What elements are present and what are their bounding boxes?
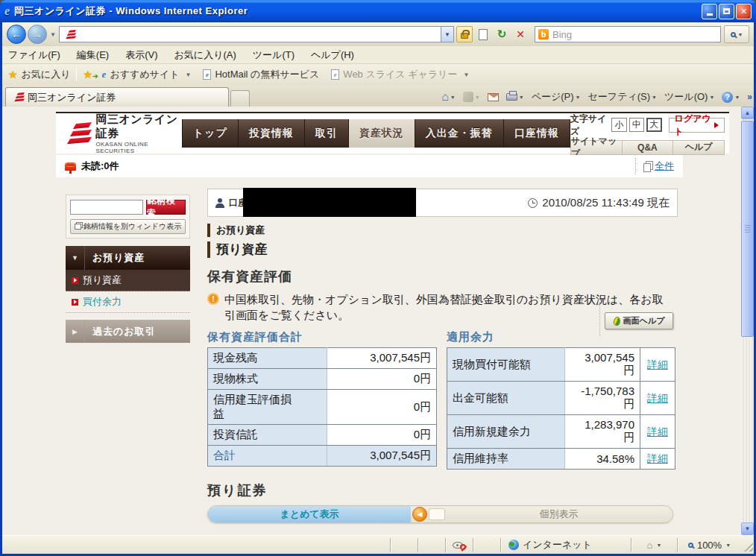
read-mail-button[interactable] — [488, 93, 499, 101]
clock-icon — [528, 198, 538, 208]
detail-link[interactable]: 詳細 — [647, 358, 668, 370]
font-size-label: 文字サイズ — [570, 113, 608, 138]
print-button[interactable]: ▼ — [506, 93, 524, 101]
site-logo[interactable]: 岡三オンライン証券 OKASAN ONLINE SECURITIES — [56, 113, 182, 154]
tools-menu[interactable]: ツール(O)▼ — [664, 90, 714, 104]
tab-okasan[interactable]: 岡三オンライン証券 — [5, 87, 229, 107]
favorite-suggested-sites[interactable]: e おすすめサイト▼ — [102, 68, 192, 81]
window-title: 岡三オンライン証券 - Windows Internet Explorer — [14, 4, 700, 18]
detail-link[interactable]: 詳細 — [647, 426, 668, 437]
detail-link[interactable]: 詳細 — [647, 392, 668, 404]
back-button[interactable]: ← — [7, 25, 26, 44]
logout-button[interactable]: ログアウト — [669, 118, 725, 133]
menu-favorites[interactable]: お気に入り(A) — [174, 48, 236, 62]
sidebar-menu-header[interactable]: ▼ お預り資産 — [66, 246, 190, 270]
maximize-button[interactable] — [719, 4, 734, 19]
refresh-button[interactable]: ↻ — [494, 26, 510, 42]
status-bar: インターネット ⌂▼ 100% ▼ — [2, 535, 754, 554]
vertical-scrollbar[interactable]: ▲ ▼ — [741, 107, 754, 535]
detail-link[interactable]: 詳細 — [647, 452, 668, 464]
compatibility-view-button[interactable] — [475, 26, 491, 42]
all-messages-link[interactable]: 全件 — [655, 159, 674, 173]
page-menu[interactable]: ページ(P)▼ — [532, 90, 581, 104]
home-button[interactable]: ⌂▼ — [441, 90, 456, 104]
search-box[interactable]: b Bing — [535, 26, 721, 42]
account-bar: 口座番号 : 2010/08/25 11:43:49 現在 — [207, 189, 678, 217]
detail-cell: 詳細 — [640, 415, 675, 449]
margin-table-title: 適用余力 — [447, 330, 675, 344]
margin-table-block: 適用余力 現物買付可能額 3,007,545円 詳細 出金可能額 -1,750,… — [447, 330, 675, 470]
toggle-grouped-view[interactable]: まとめて表示 — [208, 506, 411, 522]
add-favorite-icon[interactable]: ★➔ — [83, 69, 98, 80]
toggle-knob[interactable]: ◀ — [412, 507, 427, 522]
recent-pages-dropdown[interactable]: ▼ — [50, 31, 56, 38]
okasan-site: 岡三オンライン証券 OKASAN ONLINE SECURITIES トップ 投… — [56, 107, 729, 535]
person-icon — [215, 198, 224, 208]
sidebar-item-past-transactions[interactable]: ▶ 過去のお取引 — [66, 320, 190, 343]
sidebar-item-deposit-assets[interactable]: 預り資産 — [66, 270, 190, 291]
nav-top[interactable]: トップ — [182, 119, 239, 148]
search-button[interactable]: ▼ — [724, 25, 749, 43]
nav-trading[interactable]: 取引 — [305, 119, 349, 148]
menu-tools[interactable]: ツール(T) — [253, 48, 294, 62]
menu-help[interactable]: ヘルプ(H) — [311, 48, 354, 62]
help-menu[interactable]: ?▼ — [722, 92, 740, 103]
new-window-icon — [75, 224, 81, 230]
font-size-small-button[interactable]: 小 — [611, 118, 626, 132]
zoom-pane[interactable]: 100% ▼ — [677, 538, 741, 552]
qa-button[interactable]: Q&A — [623, 140, 674, 155]
bullet-icon — [72, 277, 78, 284]
stock-search-button[interactable]: 銘柄検索 — [146, 200, 186, 215]
forward-button[interactable]: → — [28, 25, 47, 44]
font-size-large-button[interactable]: 大 — [646, 118, 662, 132]
stock-search-input[interactable] — [70, 200, 143, 215]
address-bar[interactable] — [59, 26, 441, 42]
nav-asset-status[interactable]: 資産状況 — [349, 119, 415, 148]
address-dropdown[interactable]: ▼ — [441, 26, 454, 42]
screen-help-button[interactable]: 画面ヘルプ — [605, 312, 673, 329]
nav-account-info[interactable]: 口座情報 — [504, 119, 570, 148]
margin-table: 現物買付可能額 3,007,545円 詳細 出金可能額 -1,750,783円 … — [447, 347, 675, 470]
scrollbar-thumb[interactable] — [741, 121, 754, 337]
stop-button[interactable]: ✕ — [512, 26, 529, 42]
scroll-down-button[interactable]: ▼ — [741, 522, 754, 535]
minimize-button[interactable] — [702, 4, 717, 19]
menu-edit[interactable]: 編集(E) — [77, 48, 109, 62]
resize-grip[interactable] — [744, 543, 753, 552]
close-button[interactable]: ✕ — [736, 4, 752, 19]
favorite-hotmail[interactable]: e HotMail の無料サービス — [203, 68, 319, 81]
protected-mode-pane[interactable]: ⌂▼ — [631, 538, 677, 552]
favorites-button[interactable]: お気に入り — [22, 68, 71, 81]
sidebar-item-buying-power[interactable]: 買付余力 — [66, 291, 190, 313]
scroll-up-button[interactable]: ▲ — [741, 107, 754, 119]
privacy-pane[interactable] — [445, 538, 473, 552]
row-value: 0円 — [327, 369, 437, 390]
display-mode-toggle: まとめて表示 ◀ 個別表示 — [207, 505, 673, 523]
notice: ! 中国株取引、先物・オプション取引、外国為替証拠金取引のお預り資産状況は、各お… — [207, 291, 673, 323]
stock-search-panel: 銘柄検索 銘柄情報を別ウィンドウ表示 — [66, 195, 190, 238]
favorite-web-slice-gallery[interactable]: e Web スライス ギャラリー▼ — [331, 68, 469, 81]
stock-info-window-button[interactable]: 銘柄情報を別ウィンドウ表示 — [70, 219, 186, 234]
nav-deposit-withdrawal[interactable]: 入出金・振替 — [415, 119, 504, 148]
font-size-medium-button[interactable]: 中 — [629, 118, 644, 132]
help-button[interactable]: ヘルプ — [673, 140, 725, 155]
toolbar-overflow-chevron[interactable]: » — [747, 92, 751, 102]
table-row-total: 合計 3,007,545円 — [208, 446, 437, 467]
row-value: 3,007,545円 — [327, 446, 437, 467]
menu-view[interactable]: 表示(V) — [125, 48, 157, 62]
logo-title: 岡三オンライン証券 — [95, 113, 181, 141]
safety-menu[interactable]: セーフティ(S)▼ — [588, 90, 658, 104]
sidebar-menu: ▼ お預り資産 預り資産 買付余力 ▶ 過去のお取引 — [66, 246, 190, 343]
security-lock-icon[interactable] — [456, 26, 473, 42]
toggle-individual-view[interactable]: 個別表示 — [445, 508, 672, 521]
new-tab-stub[interactable] — [230, 90, 250, 107]
unread-count: 未読:0件 — [81, 159, 119, 173]
tab-favicon — [11, 92, 23, 103]
address-toolbar: ← → ▼ ▼ ↻ ✕ b Bing ▼ — [2, 22, 754, 46]
menu-file[interactable]: ファイル(F) — [8, 48, 60, 62]
timestamp: 2010/08/25 11:43:49 現在 — [542, 196, 670, 210]
sitemap-button[interactable]: サイトマップ — [570, 140, 623, 155]
detail-cell: 詳細 — [640, 449, 675, 470]
nav-investment-info[interactable]: 投資情報 — [239, 119, 305, 148]
feeds-button[interactable]: ▼ — [463, 92, 480, 102]
